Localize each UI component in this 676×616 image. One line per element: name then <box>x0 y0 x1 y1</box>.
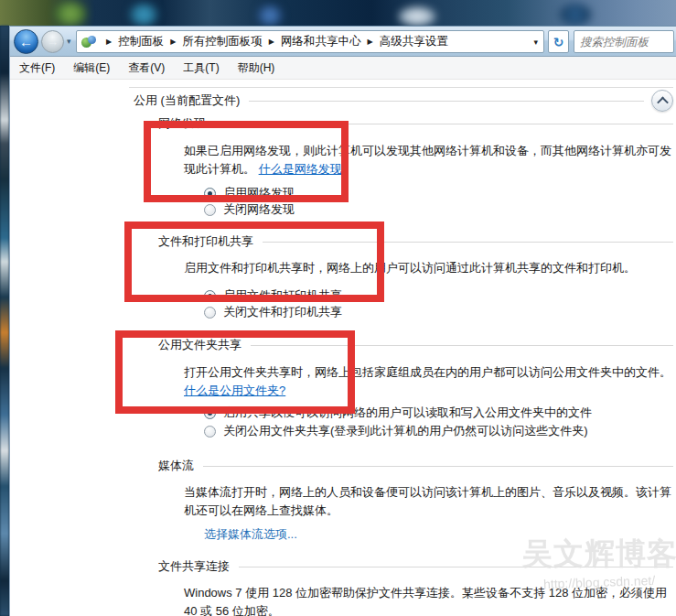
breadcrumb-network-sharing-center[interactable]: 网络和共享中心 <box>281 34 361 49</box>
menu-help[interactable]: 帮助(H) <box>229 58 284 79</box>
advanced-sharing-settings-window: ← → ▾ ▶ 控制面板 ▶ 所有控制面板项 ▶ 网络和共享中心 ▶ 高级共享设… <box>9 26 676 616</box>
section-title: 文件共享连接 <box>158 558 230 575</box>
address-bar[interactable]: ▶ 控制面板 ▶ 所有控制面板项 ▶ 网络和共享中心 ▶ 高级共享设置 ▾ <box>76 30 544 53</box>
search-box[interactable] <box>574 30 674 53</box>
section-title: 媒体流 <box>158 458 194 474</box>
radio-label: 关闭公用文件夹共享(登录到此计算机的用户仍然可以访问这些文件夹) <box>223 423 588 439</box>
back-button[interactable]: ← <box>14 29 38 54</box>
description-text: Windows 7 使用 128 位加密帮助保护文件共享连接。某些设备不支持 1… <box>184 586 667 616</box>
forward-arrow-icon: → <box>47 35 59 49</box>
menu-bar: 文件(F) 编辑(E) 查看(V) 工具(T) 帮助(H) <box>10 57 676 80</box>
menu-tools[interactable]: 工具(T) <box>174 58 228 79</box>
divider <box>129 87 673 88</box>
desktop-blur-blob <box>399 7 435 26</box>
address-toolbar: ← → ▾ ▶ 控制面板 ▶ 所有控制面板项 ▶ 网络和共享中心 ▶ 高级共享设… <box>10 26 676 57</box>
divider <box>203 466 673 467</box>
desktop-blur-blob <box>130 4 157 26</box>
radio-unselected-icon[interactable] <box>204 204 216 216</box>
radio-unselected-icon[interactable] <box>204 307 216 319</box>
profile-header-title: 公用 (当前配置文件) <box>134 92 240 109</box>
radio-unselected-icon[interactable] <box>204 426 216 438</box>
menu-view[interactable]: 查看(V) <box>119 58 174 79</box>
annotation-box-file-printer-sharing <box>124 222 384 302</box>
annotation-box-public-folder-sharing <box>115 330 355 414</box>
back-arrow-icon: ← <box>19 34 33 49</box>
annotation-box-network-discovery <box>144 121 349 202</box>
address-dropdown-icon[interactable]: ▾ <box>533 38 538 47</box>
refresh-icon: ↻ <box>553 35 564 49</box>
chevron-up-icon <box>657 96 669 108</box>
section-media-streaming-header: 媒体流 <box>158 456 673 476</box>
breadcrumb-separator-icon: ▶ <box>269 38 274 46</box>
desktop-blur-blob <box>55 2 86 26</box>
choose-media-streaming-options-link[interactable]: 选择媒体流选项... <box>204 527 297 541</box>
menu-file[interactable]: 文件(F) <box>10 58 64 79</box>
profile-header-row: 公用 (当前配置文件) <box>134 91 673 111</box>
description-text: 当媒体流打开时，网络上的人员和设备便可以访问该计算机上的图片、音乐以及视频。该计… <box>184 485 671 517</box>
watermark-blog-title: 吴文辉博客 <box>522 534 676 575</box>
radio-disable-public-folder-sharing[interactable]: 关闭公用文件夹共享(登录到此计算机的用户仍然可以访问这些文件夹) <box>204 424 588 438</box>
radio-label: 关闭文件和打印机共享 <box>223 304 342 320</box>
search-input[interactable] <box>574 31 673 52</box>
desktop-blur-blob <box>560 4 591 26</box>
divider <box>249 101 644 102</box>
breadcrumb-separator-icon: ▶ <box>106 38 112 46</box>
collapse-profile-button[interactable] <box>651 90 673 112</box>
breadcrumb-separator-icon: ▶ <box>170 38 176 46</box>
radio-disable-file-printer-sharing[interactable]: 关闭文件和打印机共享 <box>204 305 342 319</box>
network-icon <box>81 36 96 49</box>
forward-button[interactable]: → <box>41 30 64 53</box>
desktop-background-top <box>0 0 676 26</box>
recent-pages-dropdown-icon[interactable]: ▾ <box>67 37 71 46</box>
breadcrumb-separator-icon: ▶ <box>367 38 372 46</box>
breadcrumb-control-panel[interactable]: 控制面板 <box>118 34 164 49</box>
menu-edit[interactable]: 编辑(E) <box>64 58 119 79</box>
desktop-blur-blob <box>258 5 282 26</box>
radio-label: 关闭网络发现 <box>223 201 295 218</box>
media-streaming-description: 当媒体流打开时，网络上的人员和设备便可以访问该计算机上的图片、音乐以及视频。该计… <box>184 483 676 520</box>
breadcrumb-advanced-sharing[interactable]: 高级共享设置 <box>380 34 448 49</box>
choose-media-streaming-options-row: 选择媒体流选项... <box>204 526 297 543</box>
breadcrumb-all-items[interactable]: 所有控制面板项 <box>182 34 263 49</box>
radio-disable-network-discovery[interactable]: 关闭网络发现 <box>204 202 295 217</box>
refresh-button[interactable]: ↻ <box>548 30 569 53</box>
desktop-background-left <box>0 26 9 616</box>
